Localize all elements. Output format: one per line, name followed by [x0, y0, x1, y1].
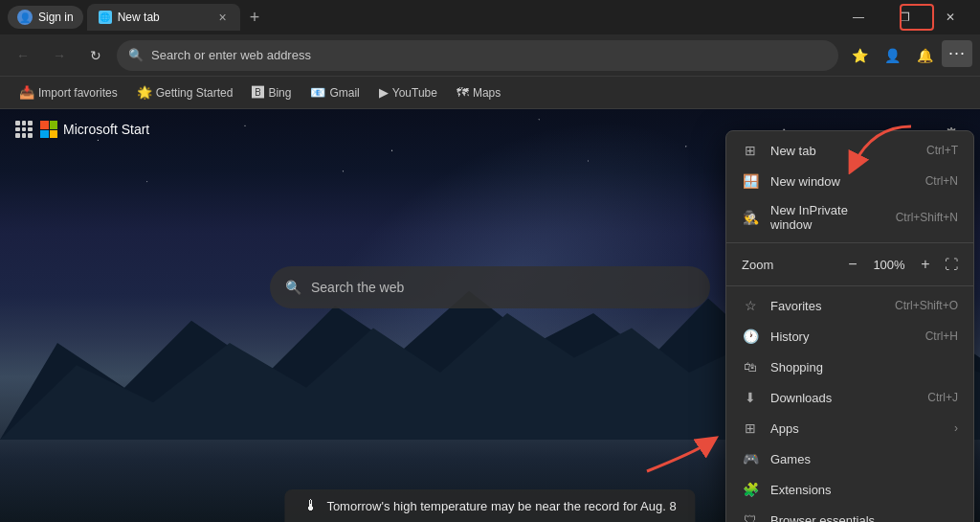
tab-area: 👤 Sign in 🌐 New tab × + [8, 4, 833, 31]
thermometer-icon: 🌡 [303, 497, 319, 514]
nav-action-btn-2[interactable]: 👤 [877, 40, 907, 71]
shopping-icon: 🛍 [742, 358, 759, 375]
minimize-button[interactable]: — [836, 2, 880, 33]
menu-label-history: History [770, 329, 914, 344]
ms-start-label: Microsoft Start [63, 122, 149, 137]
active-tab[interactable]: 🌐 New tab × [87, 4, 240, 31]
zoom-minus-button[interactable]: − [841, 253, 864, 276]
import-favorites-icon: 📥 [19, 85, 34, 100]
menu-item-apps[interactable]: ⊞ Apps › [726, 413, 973, 443]
menu-label-browser-essentials: Browser essentials [770, 513, 958, 523]
extensions-icon: 🧩 [742, 481, 759, 498]
avatar: 👤 [17, 10, 33, 25]
menu-item-favorites[interactable]: ☆ Favorites Ctrl+Shift+O [726, 290, 973, 321]
nav-actions: ⭐ 👤 🔔 ··· [844, 40, 972, 71]
menu-shortcut-favorites: Ctrl+Shift+O [895, 299, 958, 312]
ms-grid-icon [15, 121, 33, 138]
menu-item-new-tab[interactable]: ⊞ New tab Ctrl+T [726, 135, 973, 166]
bookmark-label-import: Import favorites [38, 86, 118, 100]
zoom-expand-icon[interactable]: ⛶ [945, 257, 958, 272]
menu-label-games: Games [770, 452, 958, 466]
page-search-icon: 🔍 [285, 280, 301, 295]
bookmark-label-youtube: YouTube [392, 86, 437, 100]
address-bar[interactable]: 🔍 Search or enter web address [117, 40, 838, 71]
bookmark-getting-started[interactable]: 🌟 Getting Started [129, 81, 241, 103]
profile-button[interactable]: 👤 Sign in [8, 6, 83, 29]
menu-item-new-window[interactable]: 🪟 New window Ctrl+N [726, 166, 973, 196]
refresh-button[interactable]: ↻ [80, 40, 111, 71]
nav-bar: ← → ↻ 🔍 Search or enter web address ⭐ 👤 … [0, 34, 980, 77]
page-search-box[interactable]: 🔍 Search the web [270, 266, 710, 308]
downloads-icon: ⬇ [742, 389, 759, 406]
menu-label-new-tab: New tab [770, 144, 915, 158]
nav-action-btn-3[interactable]: 🔔 [909, 40, 940, 71]
divider-2 [726, 285, 973, 286]
bookmark-label-getting-started: Getting Started [156, 86, 234, 100]
bookmark-label-gmail: Gmail [329, 86, 359, 100]
menu-item-browser-essentials[interactable]: 🛡 Browser essentials [726, 505, 973, 522]
main-content: Microsoft Start ⚙ 🔍 Search the web 🌡 Tom… [0, 109, 980, 522]
favorites-icon: ☆ [742, 297, 759, 314]
getting-started-icon: 🌟 [137, 85, 152, 100]
back-button[interactable]: ← [8, 40, 38, 71]
address-search-icon: 🔍 [128, 48, 144, 62]
more-button[interactable]: ··· [942, 40, 972, 67]
weather-bar: 🌡 Tomorrow's high temperature may be nea… [284, 489, 695, 522]
profile-label: Sign in [38, 11, 74, 24]
inprivate-icon: 🕵 [742, 209, 759, 226]
bookmarks-bar: 📥 Import favorites 🌟 Getting Started 🅱 B… [0, 77, 980, 109]
forward-button[interactable]: → [44, 40, 75, 71]
menu-shortcut-downloads: Ctrl+J [927, 391, 958, 404]
bookmark-maps[interactable]: 🗺 Maps [449, 81, 508, 103]
bookmark-import-favorites[interactable]: 📥 Import favorites [11, 81, 125, 103]
menu-label-new-window: New window [770, 174, 914, 189]
new-tab-button[interactable]: + [244, 8, 266, 28]
context-menu: ⊞ New tab Ctrl+T 🪟 New window Ctrl+N 🕵 N… [725, 130, 974, 522]
gmail-icon: 📧 [310, 85, 325, 100]
menu-label-shopping: Shopping [770, 360, 958, 374]
tab-close-button[interactable]: × [217, 10, 229, 25]
divider-1 [726, 242, 973, 243]
menu-item-shopping[interactable]: 🛍 Shopping [726, 352, 973, 382]
maps-icon: 🗺 [457, 85, 469, 100]
zoom-label: Zoom [742, 258, 834, 272]
window-controls: — ❐ ✕ [836, 2, 972, 33]
browser-essentials-icon: 🛡 [742, 511, 759, 522]
zoom-row: Zoom − 100% + ⛶ [726, 247, 973, 282]
youtube-icon: ▶ [379, 85, 389, 100]
bookmark-youtube[interactable]: ▶ YouTube [371, 81, 445, 103]
nav-action-btn-1[interactable]: ⭐ [844, 40, 875, 71]
tab-title: New tab [118, 11, 160, 24]
menu-shortcut-new-window: Ctrl+N [925, 174, 958, 188]
menu-item-games[interactable]: 🎮 Games [726, 443, 973, 474]
menu-item-inprivate[interactable]: 🕵 New InPrivate window Ctrl+Shift+N [726, 196, 973, 238]
menu-item-extensions[interactable]: 🧩 Extensions [726, 474, 973, 505]
menu-label-favorites: Favorites [770, 299, 883, 313]
history-icon: 🕐 [742, 328, 759, 345]
menu-shortcut-history: Ctrl+H [925, 329, 958, 343]
menu-label-downloads: Downloads [770, 391, 916, 405]
menu-item-downloads[interactable]: ⬇ Downloads Ctrl+J [726, 382, 973, 413]
zoom-plus-button[interactable]: + [914, 253, 937, 276]
menu-label-apps: Apps [770, 421, 943, 436]
menu-shortcut-inprivate: Ctrl+Shift+N [896, 211, 958, 224]
tab-favicon: 🌐 [99, 11, 112, 24]
menu-shortcut-new-tab: Ctrl+T [926, 144, 958, 157]
new-tab-icon: ⊞ [742, 142, 759, 159]
close-button[interactable]: ✕ [928, 2, 972, 33]
menu-label-extensions: Extensions [770, 483, 958, 497]
apps-arrow-icon: › [954, 421, 958, 435]
ms-start-header: Microsoft Start [15, 121, 149, 138]
bookmark-gmail[interactable]: 📧 Gmail [302, 81, 367, 103]
apps-icon: ⊞ [742, 420, 759, 437]
windows-logo-icon [40, 121, 57, 138]
page-search-text: Search the web [311, 280, 404, 295]
weather-text: Tomorrow's high temperature may be near … [326, 499, 676, 513]
menu-item-history[interactable]: 🕐 History Ctrl+H [726, 321, 973, 352]
bing-icon: 🅱 [252, 85, 264, 100]
bookmark-bing[interactable]: 🅱 Bing [244, 81, 299, 103]
games-icon: 🎮 [742, 450, 759, 467]
restore-button[interactable]: ❐ [882, 2, 926, 33]
address-text: Search or enter web address [151, 48, 827, 62]
title-bar: 👤 Sign in 🌐 New tab × + — ❐ ✕ [0, 0, 980, 34]
